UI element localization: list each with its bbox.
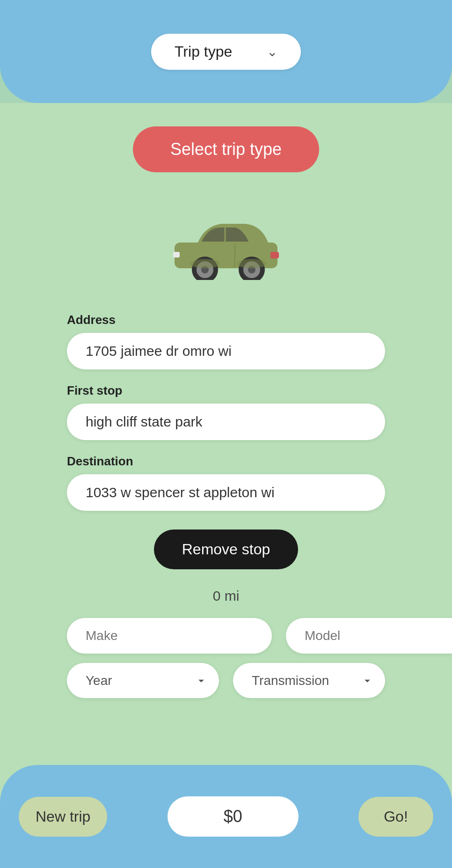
trip-type-dropdown[interactable]: Trip type ⌄ xyxy=(151,34,301,70)
svg-point-11 xyxy=(190,259,220,268)
address-label: Address xyxy=(67,313,116,327)
destination-label: Destination xyxy=(67,454,133,469)
destination-input[interactable] xyxy=(67,474,385,511)
bottom-bar: New trip $0 Go! xyxy=(0,765,452,868)
svg-point-12 xyxy=(237,259,267,268)
go-button[interactable]: Go! xyxy=(358,797,433,837)
model-input[interactable] xyxy=(286,618,452,654)
vehicle-make-model-row xyxy=(67,618,385,654)
car-illustration xyxy=(160,205,292,280)
first-stop-label: First stop xyxy=(67,383,122,398)
form-section: Address First stop Destination Remove st… xyxy=(67,303,385,707)
address-input[interactable] xyxy=(67,333,385,369)
year-select[interactable]: Year 2020 2021 2022 2023 2024 xyxy=(67,663,219,698)
distance-display: 0 mi xyxy=(213,588,240,604)
main-section: Select trip type xyxy=(0,103,452,801)
new-trip-button[interactable]: New trip xyxy=(19,797,107,837)
transmission-select[interactable]: Transmission Automatic Manual xyxy=(233,663,385,698)
top-section: Trip type ⌄ xyxy=(0,0,452,103)
select-trip-button[interactable]: Select trip type xyxy=(133,126,319,172)
vehicle-year-transmission-row: Year 2020 2021 2022 2023 2024 Transmissi… xyxy=(67,663,385,698)
remove-stop-button[interactable]: Remove stop xyxy=(154,530,299,569)
make-input[interactable] xyxy=(67,618,272,654)
svg-rect-2 xyxy=(270,252,279,258)
svg-rect-3 xyxy=(173,252,180,257)
form-buttons: Remove stop 0 mi xyxy=(67,515,385,618)
first-stop-input[interactable] xyxy=(67,404,385,440)
trip-type-label: Trip type xyxy=(175,43,232,60)
cost-display: $0 xyxy=(168,796,299,837)
chevron-down-icon: ⌄ xyxy=(267,44,277,59)
